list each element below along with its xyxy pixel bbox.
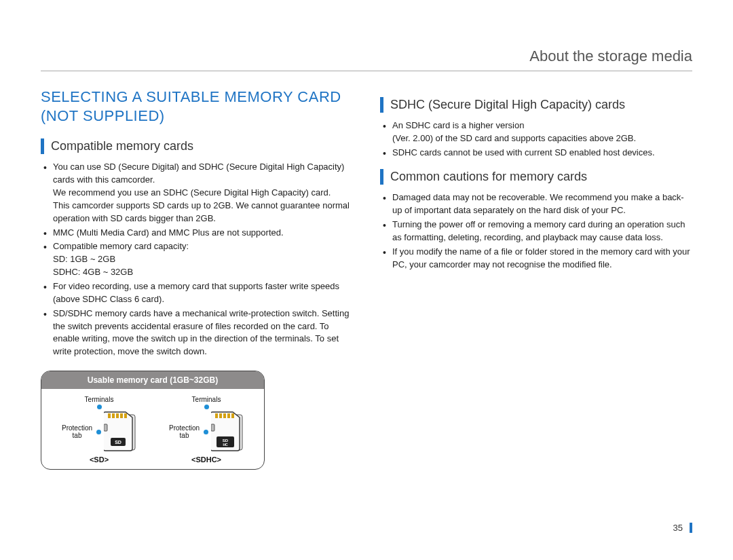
terminals-label: Terminals [192, 396, 221, 403]
page-header: About the storage media [41, 48, 692, 71]
sdhc-card-item: Terminals Protection tab [155, 396, 257, 464]
main-heading: SELECTING A SUITABLE MEMORY CARD (NOT SU… [41, 88, 353, 125]
page-number: 35 [673, 523, 692, 533]
left-column: SELECTING A SUITABLE MEMORY CARD (NOT SU… [41, 88, 353, 470]
list-item: If you modify the name of a file or fold… [392, 246, 692, 272]
text: SDHC: 4GB ~ 32GB [53, 267, 133, 277]
svg-rect-12 [223, 413, 226, 418]
list-item: An SDHC card is a higher version (Ver. 2… [392, 119, 692, 145]
sd-card-icon: SD [104, 411, 138, 453]
section-cautions-heading: Common cautions for memory cards [380, 169, 692, 185]
protection-label: Protection tab [61, 424, 94, 439]
svg-rect-2 [112, 413, 115, 418]
text: Protection [169, 424, 200, 432]
sdhc-card-icon: SD HC [211, 411, 245, 453]
text: Protection [62, 424, 92, 432]
usable-memory-card-box: Usable memory card (1GB~32GB) Terminals … [41, 371, 265, 470]
svg-rect-13 [227, 413, 230, 418]
svg-rect-4 [120, 413, 123, 418]
list-item: SD/SDHC memory cards have a mechanical w… [53, 307, 353, 358]
svg-rect-14 [231, 413, 234, 418]
card-row: Protection tab [61, 411, 138, 453]
right-column: SDHC (Secure Digital High Capacity) card… [380, 88, 692, 470]
svg-rect-3 [116, 413, 119, 418]
card-type-label: <SD> [90, 455, 109, 464]
list-item: SDHC cards cannot be used with current S… [392, 147, 692, 160]
text: We recommend you use an SDHC (Secure Dig… [53, 187, 331, 198]
card-type-label: <SDHC> [191, 455, 221, 464]
pointer-dot-icon [204, 405, 209, 409]
svg-rect-11 [219, 413, 222, 418]
svg-rect-10 [215, 413, 218, 418]
pointer-dot-icon [97, 405, 102, 409]
cautions-list: Damaged data may not be recoverable. We … [380, 191, 692, 271]
list-item: Turning the power off or removing a memo… [392, 219, 692, 244]
pointer-dot-icon [96, 430, 101, 434]
list-item: MMC (Multi Media Card) and MMC Plus are … [53, 227, 353, 240]
text: Compatible memory card capacity: [53, 241, 189, 251]
compatible-list: You can use SD (Secure Digital) and SDHC… [41, 161, 353, 358]
text: You can use SD (Secure Digital) and SDHC… [53, 162, 344, 185]
list-item: You can use SD (Secure Digital) and SDHC… [53, 161, 353, 225]
svg-rect-5 [124, 413, 127, 418]
svg-text:HC: HC [223, 443, 228, 447]
pointer-dot-icon [204, 430, 208, 434]
content-columns: SELECTING A SUITABLE MEMORY CARD (NOT SU… [41, 88, 692, 470]
card-box-header: Usable memory card (1GB~32GB) [41, 371, 264, 389]
list-item: Compatible memory card capacity: SD: 1GB… [53, 240, 353, 279]
text: An SDHC card is a higher version [392, 120, 524, 130]
svg-rect-6 [104, 424, 107, 431]
card-box-body: Terminals Protection tab [41, 389, 264, 469]
sdhc-list: An SDHC card is a higher version (Ver. 2… [380, 119, 692, 160]
text: (Ver. 2.00) of the SD card and supports … [392, 133, 636, 143]
svg-text:SD: SD [115, 440, 121, 445]
svg-rect-1 [108, 413, 111, 418]
terminals-label: Terminals [85, 396, 114, 403]
list-item: Damaged data may not be recoverable. We … [392, 191, 692, 217]
text: This camcorder supports SD cards up to 2… [53, 200, 350, 223]
text: SD: 1GB ~ 2GB [53, 254, 115, 264]
section-compatible-heading: Compatible memory cards [41, 138, 353, 154]
protection-label: Protection tab [168, 424, 201, 439]
card-row: Protection tab [168, 411, 245, 453]
list-item: For video recording, use a memory card t… [53, 280, 353, 306]
text: tab [180, 432, 189, 439]
svg-rect-15 [211, 424, 214, 431]
sd-card-item: Terminals Protection tab [48, 396, 150, 464]
text: tab [73, 432, 82, 439]
section-sdhc-heading: SDHC (Secure Digital High Capacity) card… [380, 97, 692, 113]
